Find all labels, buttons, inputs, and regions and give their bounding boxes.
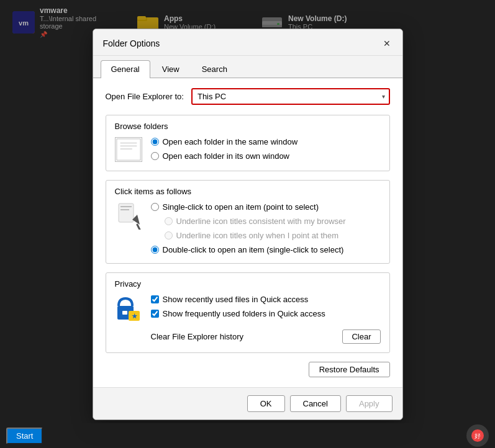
taskbar-right: 好 bbox=[466, 424, 489, 447]
svg-rect-12 bbox=[120, 148, 132, 150]
tab-general[interactable]: General bbox=[101, 60, 150, 78]
privacy-icon: ★ bbox=[115, 295, 142, 322]
underline-point-row: Underline icon titles only when I point … bbox=[165, 231, 346, 240]
restore-defaults-button[interactable]: Restore Defaults bbox=[309, 362, 390, 377]
apply-button[interactable]: Apply bbox=[346, 395, 393, 412]
taskbar-app-icon[interactable]: 好 bbox=[466, 424, 489, 447]
clear-history-label: Clear File Explorer history bbox=[151, 332, 244, 341]
clear-history-row: Clear File Explorer history Clear bbox=[151, 329, 381, 344]
single-click-row: Single-click to open an item (point to s… bbox=[151, 202, 346, 212]
browse-folders-icon bbox=[115, 137, 142, 162]
double-click-radio[interactable] bbox=[151, 246, 159, 254]
click-items-content: Single-click to open an item (point to s… bbox=[115, 202, 381, 254]
double-click-label: Double-click to open an item (single-cli… bbox=[163, 245, 344, 254]
click-items-section: Click items as follows bbox=[106, 180, 390, 264]
dialog-title: Folder Options bbox=[103, 38, 160, 48]
svg-text:好: 好 bbox=[475, 432, 481, 439]
browse-own-window-label: Open each folder in its own window bbox=[163, 151, 290, 161]
recent-files-row: Show recently used files in Quick access bbox=[151, 295, 381, 304]
frequent-folders-label: Show frequently used folders in Quick ac… bbox=[163, 309, 325, 318]
folder-options-dialog: Folder Options ✕ General View Search bbox=[93, 29, 403, 420]
dialog-content: Open File Explorer to: This PC Quick acc… bbox=[93, 78, 402, 387]
single-click-radio[interactable] bbox=[151, 203, 159, 211]
frequent-folders-checkbox[interactable] bbox=[151, 310, 159, 318]
close-button[interactable]: ✕ bbox=[379, 35, 395, 52]
svg-rect-10 bbox=[120, 142, 137, 143]
browse-own-window-radio[interactable] bbox=[151, 152, 159, 160]
dialog-footer: OK Cancel Apply bbox=[93, 387, 402, 419]
tab-search[interactable]: Search bbox=[191, 60, 238, 78]
open-explorer-row: Open File Explorer to: This PC Quick acc… bbox=[106, 88, 390, 105]
frequent-folders-row: Show frequently used folders in Quick ac… bbox=[151, 309, 381, 318]
svg-rect-11 bbox=[120, 145, 137, 146]
underline-browser-row: Underline icon titles consistent with my… bbox=[165, 217, 346, 226]
click-items-icon bbox=[115, 202, 142, 230]
privacy-label: Privacy bbox=[115, 279, 381, 289]
underline-browser-radio[interactable] bbox=[165, 217, 173, 225]
underline-browser-label: Underline icon titles consistent with my… bbox=[176, 217, 346, 226]
desktop: vm vmware T...\Internal shared storage 📌… bbox=[0, 0, 495, 448]
open-explorer-select-wrapper: This PC Quick access ▾ bbox=[191, 88, 390, 105]
svg-rect-14 bbox=[120, 206, 132, 207]
cancel-button[interactable]: Cancel bbox=[290, 395, 341, 412]
tab-view[interactable]: View bbox=[152, 60, 190, 78]
browse-same-window-label: Open each folder in the same window bbox=[163, 137, 298, 146]
svg-rect-15 bbox=[120, 209, 129, 210]
svg-text:★: ★ bbox=[131, 313, 137, 320]
browse-own-window-row: Open each folder in its own window bbox=[151, 151, 298, 161]
open-explorer-label: Open File Explorer to: bbox=[106, 92, 184, 101]
browse-same-window-row: Open each folder in the same window bbox=[151, 137, 298, 146]
browse-folders-content: Open each folder in the same window Open… bbox=[115, 137, 381, 162]
open-explorer-select[interactable]: This PC Quick access bbox=[191, 88, 390, 105]
taskbar: Start 好 bbox=[0, 423, 495, 448]
underline-point-label: Underline icon titles only when I point … bbox=[176, 231, 339, 240]
single-click-label: Single-click to open an item (point to s… bbox=[163, 202, 319, 212]
recent-files-checkbox[interactable] bbox=[151, 295, 159, 303]
dialog-titlebar: Folder Options ✕ bbox=[93, 29, 402, 56]
privacy-options: Show recently used files in Quick access… bbox=[151, 295, 381, 344]
underline-point-radio[interactable] bbox=[165, 231, 173, 240]
svg-line-17 bbox=[137, 225, 140, 230]
dialog-overlay: Folder Options ✕ General View Search bbox=[0, 0, 495, 448]
privacy-section: Privacy ★ bbox=[106, 272, 390, 353]
double-click-row: Double-click to open an item (single-cli… bbox=[151, 245, 346, 254]
restore-defaults-row: Restore Defaults bbox=[106, 362, 390, 377]
svg-rect-19 bbox=[122, 311, 127, 315]
ok-button[interactable]: OK bbox=[247, 395, 285, 412]
privacy-content: ★ Show recently used files in Quick acce… bbox=[115, 295, 381, 344]
clear-button[interactable]: Clear bbox=[342, 329, 380, 344]
browse-folders-label: Browse folders bbox=[115, 122, 381, 131]
browse-folders-section: Browse folders bbox=[106, 115, 390, 171]
browse-folders-options: Open each folder in the same window Open… bbox=[151, 137, 298, 161]
click-items-options: Single-click to open an item (point to s… bbox=[151, 202, 346, 254]
recent-files-label: Show recently used files in Quick access bbox=[163, 295, 309, 304]
click-items-label: Click items as follows bbox=[115, 187, 381, 196]
tabs-bar: General View Search bbox=[93, 56, 402, 78]
browse-same-window-radio[interactable] bbox=[151, 138, 159, 146]
start-button[interactable]: Start bbox=[6, 428, 43, 444]
